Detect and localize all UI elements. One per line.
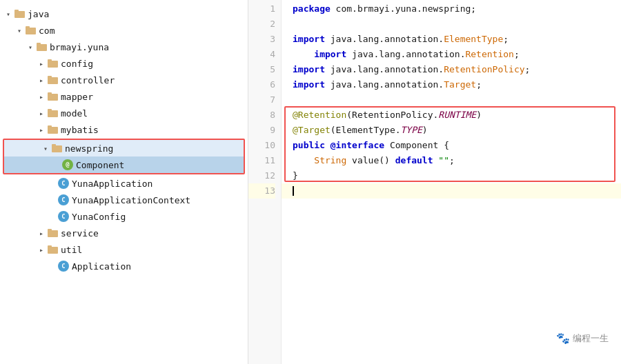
folder-icon: [47, 108, 58, 119]
folder-icon: [47, 124, 58, 135]
sidebar-item-yunaconfig[interactable]: C YunaConfig: [0, 208, 248, 225]
arrow-icon: [36, 228, 47, 239]
class-icon: C: [58, 261, 69, 272]
sidebar-item-label: mapper: [61, 92, 93, 102]
arrow-icon: [25, 41, 36, 52]
sidebar-item-config[interactable]: config: [0, 55, 248, 72]
arrow-icon: [14, 25, 25, 36]
code-line-13: [282, 183, 621, 199]
code-line-2: [293, 17, 621, 32]
sidebar-item-label: newspring: [65, 143, 113, 154]
file-tree[interactable]: java com brmayi.yuna: [0, 0, 248, 364]
folder-icon: [47, 244, 58, 255]
folder-icon: [51, 143, 62, 154]
arrow-icon: [36, 108, 47, 119]
svg-rect-11: [48, 92, 52, 95]
sidebar-item-mapper[interactable]: mapper: [0, 88, 248, 105]
folder-icon: [36, 41, 47, 52]
arrow-icon: [36, 58, 47, 69]
svg-rect-19: [48, 229, 52, 232]
code-line-5: import java.lang.annotation.RetentionPol…: [293, 62, 621, 77]
code-line-8: @Retention(RetentionPolicy.RUNTIME): [293, 108, 621, 123]
sidebar-item-model[interactable]: model: [0, 105, 248, 121]
code-line-6: import java.lang.annotation.Target;: [293, 77, 621, 92]
sidebar-item-yunaappctx[interactable]: C YunaApplicationContext: [0, 192, 248, 208]
sidebar-item-label: Application: [72, 261, 131, 272]
sidebar-item-label: config: [61, 59, 93, 69]
svg-rect-3: [26, 26, 30, 29]
folder-icon: [47, 74, 58, 85]
svg-rect-13: [48, 109, 52, 112]
line-numbers: 1 2 3 ⊥ 4 5 ⊥ 6 ⊥ 7 8 ◁ 9 ◁ 10 11 12 13: [248, 0, 282, 364]
sidebar-item-label: controller: [61, 75, 115, 85]
code-line-7: [293, 92, 621, 108]
folder-icon: [25, 25, 36, 36]
svg-rect-21: [48, 245, 52, 248]
svg-rect-1: [14, 10, 19, 12]
annotation-icon: @: [62, 159, 73, 170]
folder-icon: [47, 58, 58, 69]
code-area: 1 2 3 ⊥ 4 5 ⊥ 6 ⊥ 7 8 ◁ 9 ◁ 10 11 12 13: [248, 0, 621, 364]
code-line-10: public @interface Component {: [293, 138, 621, 153]
class-icon: C: [58, 178, 69, 189]
svg-rect-15: [48, 125, 52, 128]
sidebar-item-label: com: [39, 26, 55, 36]
arrow-icon: [36, 74, 47, 85]
arrow-icon: [36, 124, 47, 135]
sidebar-item-util[interactable]: util: [0, 241, 248, 258]
sidebar-item-controller[interactable]: controller: [0, 72, 248, 88]
code-editor: 1 2 3 ⊥ 4 5 ⊥ 6 ⊥ 7 8 ◁ 9 ◁ 10 11 12 13: [248, 0, 621, 364]
sidebar-item-label: YunaApplicationContext: [72, 195, 190, 205]
sidebar-item-label: YunaApplication: [72, 179, 152, 189]
arrow-icon: [40, 143, 51, 154]
svg-rect-5: [37, 43, 41, 46]
sidebar-item-label: YunaConfig: [72, 212, 126, 222]
sidebar-item-label: model: [61, 108, 88, 119]
svg-rect-17: [52, 144, 56, 147]
sidebar-item-yunaapp[interactable]: C YunaApplication: [0, 175, 248, 192]
code-line-1: package com.brmayi.yuna.newspring;: [293, 1, 621, 17]
sidebar-item-component[interactable]: @ Component: [4, 156, 244, 173]
sidebar-item-com[interactable]: com: [0, 22, 248, 39]
sidebar-item-brmayi[interactable]: brmayi.yuna: [0, 39, 248, 55]
folder-icon: [47, 91, 58, 102]
watermark: 🐾 编程一生: [556, 332, 609, 345]
sidebar-item-mybatis[interactable]: mybatis: [0, 121, 248, 138]
sidebar-item-label: Component: [76, 160, 124, 170]
cursor: [293, 186, 294, 196]
sidebar-item-label: service: [61, 228, 99, 239]
code-line-12: }: [293, 168, 621, 183]
folder-icon: [14, 8, 25, 19]
sidebar-item-label: brmayi.yuna: [50, 42, 109, 52]
sidebar-item-label: java: [28, 9, 49, 19]
sidebar-item-java[interactable]: java: [0, 6, 248, 22]
class-icon: C: [58, 211, 69, 222]
sidebar-item-service[interactable]: service: [0, 225, 248, 241]
svg-rect-9: [48, 76, 52, 79]
sidebar-item-label: util: [61, 245, 82, 255]
arrow-icon: [3, 8, 14, 19]
arrow-icon: [36, 244, 47, 255]
svg-rect-7: [48, 59, 52, 62]
sidebar-item-label: mybatis: [61, 125, 99, 135]
code-content[interactable]: package com.brmayi.yuna.newspring; impor…: [282, 0, 621, 364]
code-line-9: @Target(ElementType.TYPE): [293, 123, 621, 138]
code-line-3: import java.lang.annotation.ElementType;: [293, 32, 621, 47]
sidebar-item-newspring[interactable]: newspring: [4, 140, 244, 156]
watermark-text: 编程一生: [573, 332, 609, 345]
sidebar-item-application[interactable]: C Application: [0, 258, 248, 274]
class-icon: C: [58, 194, 69, 205]
code-line-11: String value() default "";: [293, 153, 621, 168]
code-line-4: import java.lang.annotation.Retention;: [293, 47, 621, 62]
folder-icon: [47, 228, 58, 239]
arrow-icon: [36, 91, 47, 102]
